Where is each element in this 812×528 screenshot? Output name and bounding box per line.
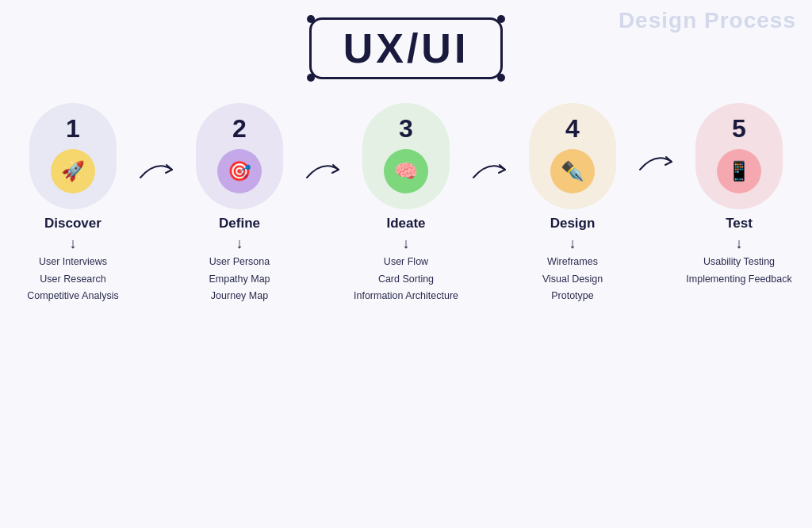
step-1-icon: 🚀 — [51, 149, 95, 193]
step-1-column: 1🚀Discover↓User InterviewsUser ResearchC… — [10, 103, 136, 304]
step-3-label: Ideate — [386, 216, 425, 231]
step-4-down-arrow: ↓ — [569, 236, 576, 251]
step-1-pill: 1🚀 — [29, 103, 117, 209]
step-2-subitems: User PersonaEmpathy MapJourney Map — [209, 255, 270, 304]
step-5-label: Test — [726, 216, 753, 231]
title-section: UX/UI — [0, 0, 812, 87]
sub-item: User Flow — [384, 255, 428, 270]
curved-arrow-svg — [303, 155, 343, 187]
step-3-subitems: User FlowCard SortingInformation Archite… — [354, 255, 458, 304]
step-1-label: Discover — [44, 216, 102, 231]
sub-item: Implementing Feedback — [686, 273, 791, 287]
arrow-connector-1 — [136, 155, 176, 187]
step-3-number: 3 — [399, 116, 413, 141]
arrow-connector-4 — [636, 147, 676, 179]
sub-item: User Persona — [209, 255, 270, 270]
step-5-icon: 📱 — [717, 149, 761, 193]
step-2-pill: 2🎯 — [196, 103, 283, 209]
corner-decoration — [497, 74, 505, 82]
step-3-column: 3🧠Ideate↓User FlowCard SortingInformatio… — [343, 103, 469, 304]
arrow-connector-2 — [303, 155, 343, 187]
sub-item: User Research — [40, 273, 105, 287]
step-1-down-arrow: ↓ — [70, 236, 77, 251]
step-3-icon: 🧠 — [384, 149, 428, 193]
step-4-number: 4 — [565, 116, 580, 141]
sub-item: Usability Testing — [703, 255, 775, 270]
curved-arrow-svg — [136, 155, 176, 187]
step-wrapper-3: 3🧠Ideate↓User FlowCard SortingInformatio… — [303, 103, 469, 304]
title-box: UX/UI — [309, 17, 504, 79]
step-3-down-arrow: ↓ — [403, 236, 410, 251]
step-1-number: 1 — [66, 116, 80, 141]
curved-arrow-svg — [636, 147, 676, 179]
main-title: UX/UI — [343, 25, 469, 71]
sub-item: Wireframes — [547, 255, 598, 270]
step-3-pill: 3🧠 — [362, 103, 450, 209]
step-5-number: 5 — [732, 116, 746, 141]
step-wrapper-5: 5📱Test↓Usability TestingImplementing Fee… — [636, 103, 802, 286]
step-wrapper-2: 2🎯Define↓User PersonaEmpathy MapJourney … — [136, 103, 303, 304]
step-4-icon: ✒️ — [550, 149, 595, 193]
sub-item: Information Architecture — [354, 289, 458, 304]
step-2-label: Define — [219, 216, 260, 231]
step-wrapper-4: 4✒️Design↓WireframesVisual DesignPrototy… — [469, 103, 636, 304]
arrow-connector-3 — [469, 155, 509, 187]
step-4-label: Design — [550, 216, 596, 231]
sub-item: Visual Design — [542, 273, 603, 287]
sub-item: Prototype — [551, 289, 594, 304]
step-4-subitems: WireframesVisual DesignPrototype — [542, 255, 603, 304]
step-5-column: 5📱Test↓Usability TestingImplementing Fee… — [676, 103, 802, 286]
step-5-pill: 5📱 — [695, 103, 783, 209]
step-5-down-arrow: ↓ — [736, 236, 743, 251]
sub-item: Journey Map — [211, 289, 268, 304]
step-4-column: 4✒️Design↓WireframesVisual DesignPrototy… — [509, 103, 636, 304]
sub-item: Card Sorting — [378, 273, 434, 287]
sub-item: User Interviews — [39, 255, 107, 270]
step-1-subitems: User InterviewsUser ResearchCompetitive … — [27, 255, 118, 304]
sub-item: Empathy Map — [209, 273, 270, 287]
curved-arrow-svg — [469, 155, 509, 187]
step-2-column: 2🎯Define↓User PersonaEmpathy MapJourney … — [176, 103, 303, 304]
sub-item: Competitive Analysis — [27, 289, 118, 304]
corner-decoration — [307, 74, 315, 82]
step-2-icon: 🎯 — [217, 149, 262, 193]
step-2-number: 2 — [232, 116, 247, 141]
step-wrapper-1: 1🚀Discover↓User InterviewsUser ResearchC… — [10, 103, 136, 304]
steps-section: 1🚀Discover↓User InterviewsUser ResearchC… — [0, 103, 812, 304]
step-2-down-arrow: ↓ — [236, 236, 243, 251]
step-4-pill: 4✒️ — [529, 103, 616, 209]
step-5-subitems: Usability TestingImplementing Feedback — [686, 255, 791, 286]
